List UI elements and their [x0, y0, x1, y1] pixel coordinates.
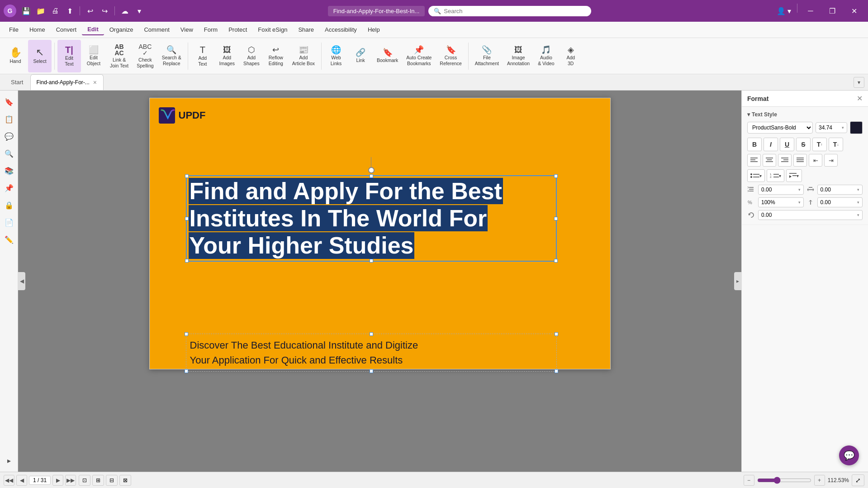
zoom-out-button[interactable]: − [744, 475, 754, 486]
resize-ml[interactable] [185, 217, 189, 220]
indent-increase-button[interactable]: ⇥ [824, 154, 838, 167]
align-right-button[interactable] [778, 154, 792, 167]
menu-comment[interactable]: Comment [138, 24, 175, 35]
sidebar-edit-icon[interactable]: ✏️ [1, 232, 17, 247]
tool-web-links[interactable]: 🌐 WebLinks [324, 40, 348, 72]
rotate-handle[interactable] [368, 167, 375, 173]
sidebar-content-icon[interactable]: 📄 [1, 215, 17, 230]
open-button[interactable]: 📁 [34, 5, 47, 17]
tool-add-3d[interactable]: ◈ Add3D [559, 40, 583, 72]
sidebar-collapse-icon[interactable]: ▸ [1, 453, 17, 468]
tool-file-attachment[interactable]: 📎 FileAttachment [471, 40, 503, 72]
resize-bl[interactable] [185, 259, 189, 263]
tool-edit-object[interactable]: ⬜ EditObject [82, 40, 105, 72]
line-spacing-value[interactable]: 0.00 ▾ [758, 185, 804, 195]
tool-audio-video[interactable]: 🎵 Audio& Video [534, 40, 558, 72]
tab-dropdown[interactable]: ▾ [854, 77, 864, 88]
tab-start[interactable]: Start [4, 74, 30, 90]
tool-link-join[interactable]: ABAC Link &Join Text [106, 40, 132, 72]
tool-bookmark[interactable]: 🔖 Bookmark [373, 40, 402, 72]
sidebar-layers-icon[interactable]: 📚 [1, 163, 17, 178]
redo-button[interactable]: ↪ [98, 5, 111, 17]
resize-bc[interactable] [370, 259, 373, 263]
tool-add-article[interactable]: 📰 AddArticle Box [289, 40, 318, 72]
active-tab[interactable]: Find-and-Apply-For-... × [30, 74, 104, 90]
sub-resize-br[interactable] [555, 369, 558, 373]
sub-resize-tr[interactable] [555, 332, 558, 336]
collapse-icon[interactable]: ▾ [747, 111, 750, 118]
resize-tl[interactable] [185, 174, 189, 178]
two-page-btn[interactable]: ⊟ [106, 475, 118, 486]
italic-button[interactable]: I [764, 138, 778, 151]
save-button[interactable]: 💾 [20, 5, 33, 17]
tool-add-text[interactable]: T AddText [191, 40, 214, 72]
menu-organize[interactable]: Organize [104, 24, 139, 35]
dropdown-button[interactable]: ▾ [133, 5, 146, 17]
sub-resize-tl[interactable] [185, 332, 188, 336]
menu-foxit[interactable]: Foxit eSign [252, 24, 293, 35]
bullet-list-button[interactable]: ▾ [747, 169, 765, 182]
align-left-button[interactable] [747, 154, 761, 167]
tool-link[interactable]: 🔗 Link [349, 40, 372, 72]
menu-convert[interactable]: Convert [51, 24, 82, 35]
sidebar-security-icon[interactable]: 🔒 [1, 197, 17, 213]
right-panel-toggle[interactable]: ▸ [734, 272, 741, 290]
tool-hand[interactable]: ✋ Hand [4, 40, 27, 72]
maximize-button[interactable]: ❐ [822, 4, 843, 18]
sub-resize-tc[interactable] [370, 332, 373, 336]
numbered-list-button[interactable]: 1.2. ▾ [767, 169, 784, 182]
last-page-button[interactable]: ▶▶ [65, 475, 76, 486]
tool-edit-text[interactable]: T| EditText [57, 40, 81, 72]
resize-mr[interactable] [554, 217, 558, 220]
undo-button[interactable]: ↩ [84, 5, 96, 17]
text-indent-button[interactable]: ▾ [786, 169, 802, 182]
chat-button[interactable]: 💬 [839, 445, 859, 465]
menu-edit[interactable]: Edit [82, 24, 104, 35]
sub-resize-bc[interactable] [370, 369, 373, 373]
first-page-button[interactable]: ◀◀ [4, 475, 14, 486]
tool-add-images[interactable]: 🖼 AddImages [215, 40, 239, 72]
sidebar-pages-icon[interactable]: 📋 [1, 111, 17, 127]
underline-button[interactable]: U [780, 138, 794, 151]
superscript-button[interactable]: T↑ [812, 138, 827, 151]
text-box-container[interactable]: Find and Apply For the Best Institutes I… [186, 157, 557, 262]
zoom-in-button[interactable]: + [814, 475, 825, 486]
indent-decrease-button[interactable]: ⇤ [809, 154, 822, 167]
single-page-btn[interactable]: ⊡ [79, 475, 90, 486]
sidebar-bookmark-icon[interactable]: 🔖 [1, 94, 17, 110]
align-center-button[interactable] [763, 154, 776, 167]
menu-help[interactable]: Help [362, 24, 385, 35]
sub-resize-bl[interactable] [185, 369, 188, 373]
sub-text-box[interactable]: Discover The Best Educational Institute … [186, 334, 557, 372]
minimize-button[interactable]: ─ [800, 4, 821, 18]
menu-accessibility[interactable]: Accessibility [319, 24, 362, 35]
tool-reflow[interactable]: ↩ ReflowEditing [264, 40, 288, 72]
search-bar[interactable]: 🔍 [428, 6, 591, 16]
tool-cross-reference[interactable]: 🔖 CrossReference [436, 40, 465, 72]
tool-search-replace[interactable]: 🔍 Search &Replace [158, 40, 185, 72]
format-panel-close[interactable]: ✕ [857, 94, 863, 103]
resize-tr[interactable] [554, 174, 558, 178]
tool-auto-create[interactable]: 📌 Auto CreateBookmarks [403, 40, 435, 72]
next-page-button[interactable]: ▶ [52, 475, 63, 486]
font-name-select[interactable]: ProductSans-Bold [747, 122, 813, 134]
resize-br[interactable] [554, 259, 558, 263]
fullscreen-button[interactable]: ⤢ [852, 474, 864, 486]
resize-tc[interactable] [370, 174, 373, 178]
align-justify-button[interactable] [793, 154, 807, 167]
text-color-swatch[interactable] [850, 121, 863, 134]
sidebar-comments-icon[interactable]: 💬 [1, 129, 17, 144]
menu-share[interactable]: Share [293, 24, 319, 35]
user-button[interactable]: 👤 ▾ [773, 4, 794, 18]
sidebar-search-icon[interactable]: 🔍 [1, 146, 17, 161]
char-spacing-value[interactable]: 0.00 ▾ [817, 185, 863, 195]
fit-width-btn[interactable]: ⊞ [92, 475, 104, 486]
menu-form[interactable]: Form [199, 24, 223, 35]
strikethrough-button[interactable]: S [796, 138, 811, 151]
subscript-button[interactable]: T↓ [829, 138, 843, 151]
menu-view[interactable]: View [175, 24, 199, 35]
font-size-arrow[interactable]: ▾ [842, 125, 844, 130]
close-button[interactable]: ✕ [844, 4, 864, 18]
tab-close-button[interactable]: × [92, 79, 98, 86]
tool-check-spelling[interactable]: ABC✓ CheckSpelling [133, 40, 157, 72]
